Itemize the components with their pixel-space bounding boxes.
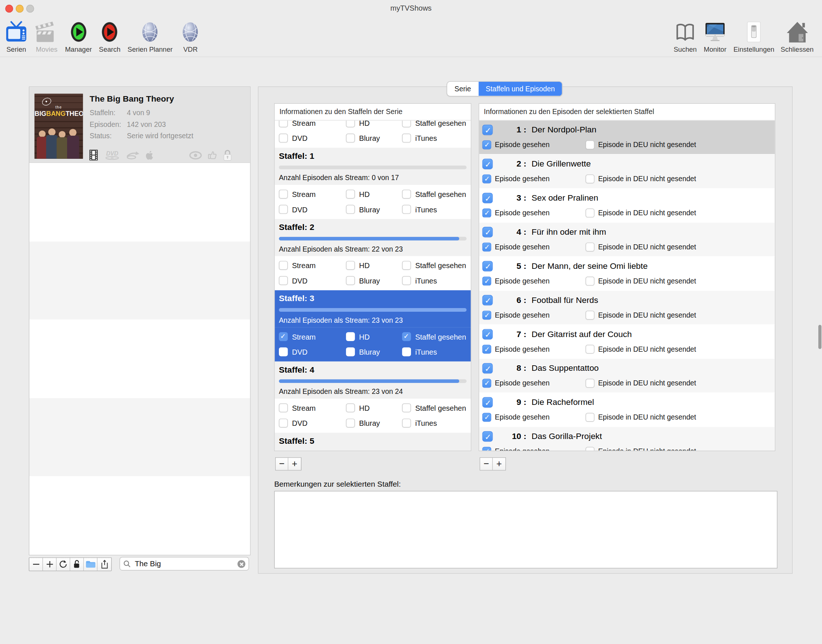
episode-row-4[interactable]: 4 :Für ihn oder mit ihmEpisode gesehenEp…	[479, 222, 775, 257]
episode-checkbox-checked[interactable]	[482, 159, 493, 169]
tab-staffeln-und-episoden[interactable]: Staffeln und Episoden	[478, 82, 562, 96]
season-option-checkbox-unchecked[interactable]	[402, 261, 411, 270]
episode-row-3[interactable]: 3 :Sex oder PralinenEpisode gesehenEpiso…	[479, 189, 775, 222]
toolbar-item-einstellungen[interactable]: Einstellungen	[734, 20, 775, 53]
episode-row-9[interactable]: 9 :Die RacheformelEpisode gesehenEpisode…	[479, 393, 775, 427]
toolbar-item-manager[interactable]: Manager	[65, 20, 92, 53]
toolbar-item-search[interactable]: Search	[98, 20, 121, 53]
episode-checkbox-checked[interactable]	[482, 261, 493, 271]
episode-checkbox-checked[interactable]	[482, 227, 493, 238]
show-list-row[interactable]	[29, 476, 250, 555]
window-scrollbar-thumb[interactable]	[818, 325, 822, 349]
add-season-button[interactable]: +	[289, 458, 301, 470]
show-info-row[interactable]: the BIGBANGTHEORY The Big Bang Theory	[29, 87, 250, 163]
tab-serie[interactable]: Serie	[447, 82, 478, 96]
episode-seen-checkbox-checked[interactable]	[482, 242, 491, 251]
show-list-row[interactable]	[29, 241, 250, 320]
episode-row-1[interactable]: 1 :Der Nordpol-PlanEpisode gesehenEpisod…	[479, 121, 775, 155]
episode-deu-checkbox-unchecked[interactable]	[586, 242, 595, 251]
season-option-checkbox-unchecked[interactable]	[346, 205, 355, 214]
season-option-checkbox-unchecked[interactable]	[402, 347, 411, 356]
show-list[interactable]	[29, 163, 250, 555]
season-option-checkbox-unchecked[interactable]	[402, 133, 411, 142]
season-option-checkbox-unchecked[interactable]	[279, 347, 288, 356]
add-episode-button[interactable]: +	[493, 458, 505, 470]
season-option-checkbox-unchecked[interactable]	[346, 121, 355, 127]
toolbar-item-suchen[interactable]: Suchen	[674, 20, 697, 53]
toolbar-item-schliessen[interactable]: Schliessen	[781, 20, 814, 53]
season-option-checkbox-unchecked[interactable]	[346, 190, 355, 198]
episode-row-8[interactable]: 8 :Das SuppentattooEpisode gesehenEpisod…	[479, 359, 775, 393]
show-search-field[interactable]	[120, 557, 249, 570]
folder-button[interactable]	[84, 558, 98, 570]
episode-checkbox-checked[interactable]	[482, 329, 493, 340]
episode-checkbox-checked[interactable]	[482, 193, 493, 204]
unlock-button[interactable]	[70, 558, 84, 570]
episode-deu-checkbox-unchecked[interactable]	[586, 174, 595, 183]
remove-episode-button[interactable]: −	[480, 458, 493, 470]
episode-checkbox-checked[interactable]	[482, 431, 493, 442]
season-option-checkbox-unchecked[interactable]	[402, 205, 411, 214]
season-option-checkbox-unchecked[interactable]	[402, 403, 411, 412]
episode-seen-checkbox-checked[interactable]	[482, 174, 491, 183]
season-option-checkbox-unchecked[interactable]	[346, 332, 355, 341]
toolbar-item-monitor[interactable]: Monitor	[703, 20, 727, 53]
episode-deu-checkbox-unchecked[interactable]	[586, 379, 595, 387]
refresh-button[interactable]	[57, 558, 70, 570]
episode-checkbox-checked[interactable]	[482, 295, 493, 305]
season-block-4[interactable]: Staffel: 4Anzahl Episoden als Stream: 23…	[275, 362, 471, 433]
episode-deu-checkbox-unchecked[interactable]	[586, 208, 595, 217]
add-show-button[interactable]	[43, 558, 57, 570]
seasons-list[interactable]: StreamHDStaffel gesehenDVDBlurayiTunesSt…	[275, 121, 471, 451]
season-option-checkbox-unchecked[interactable]	[346, 419, 355, 427]
season-option-checkbox-unchecked[interactable]	[346, 347, 355, 356]
season-option-checkbox-unchecked[interactable]	[346, 276, 355, 285]
episode-seen-checkbox-checked[interactable]	[482, 412, 491, 422]
season-block-2[interactable]: Staffel: 2Anzahl Episoden als Stream: 22…	[275, 219, 471, 290]
season-block-3[interactable]: Staffel: 3Anzahl Episoden als Stream: 23…	[275, 290, 471, 361]
share-button[interactable]	[98, 558, 111, 570]
episode-seen-checkbox-checked[interactable]	[482, 379, 491, 387]
toolbar-item-vdr[interactable]: VDR	[179, 20, 202, 53]
toolbar-item-serien-planner[interactable]: Serien Planner	[128, 20, 173, 53]
episode-deu-checkbox-unchecked[interactable]	[586, 310, 595, 319]
season-block-partial[interactable]: StreamHDStaffel gesehenDVDBlurayiTunes	[275, 121, 471, 148]
episode-row-2[interactable]: 2 :Die GrillenwetteEpisode gesehenEpisod…	[479, 154, 775, 189]
season-block-1[interactable]: Staffel: 1Anzahl Episoden als Stream: 0 …	[275, 148, 471, 219]
episode-row-6[interactable]: 6 :Football für NerdsEpisode gesehenEpis…	[479, 291, 775, 325]
clear-search-icon[interactable]	[237, 560, 245, 567]
season-option-checkbox-unchecked[interactable]	[279, 261, 288, 270]
remove-season-button[interactable]: −	[276, 458, 288, 470]
season-option-checkbox-unchecked[interactable]	[402, 276, 411, 285]
season-option-checkbox-unchecked[interactable]	[279, 121, 288, 127]
search-input[interactable]	[134, 559, 235, 569]
toolbar-item-serien[interactable]: Serien	[4, 20, 28, 53]
episode-checkbox-checked[interactable]	[482, 125, 493, 135]
season-block-5[interactable]: Staffel: 5Anzahl Episoden als Stream: 24…	[275, 433, 471, 451]
season-option-checkbox-unchecked[interactable]	[346, 133, 355, 142]
season-option-checkbox-unchecked[interactable]	[279, 403, 288, 412]
episode-row-10[interactable]: 10 :Das Gorilla-ProjektEpisode gesehenEp…	[479, 427, 775, 450]
show-list-row[interactable]	[29, 320, 250, 398]
episode-seen-checkbox-checked[interactable]	[482, 140, 491, 149]
season-option-checkbox-unchecked[interactable]	[279, 190, 288, 198]
episode-deu-checkbox-unchecked[interactable]	[586, 447, 595, 451]
show-list-row[interactable]	[29, 398, 250, 476]
episode-seen-checkbox-checked[interactable]	[482, 276, 491, 285]
season-option-checkbox-unchecked[interactable]	[346, 403, 355, 412]
season-option-checkbox-unchecked[interactable]	[402, 190, 411, 198]
season-option-checkbox-unchecked[interactable]	[279, 133, 288, 142]
episode-deu-checkbox-unchecked[interactable]	[586, 412, 595, 422]
remarks-textarea[interactable]	[274, 491, 777, 569]
episode-deu-checkbox-unchecked[interactable]	[586, 344, 595, 353]
season-option-checkbox-unchecked[interactable]	[279, 276, 288, 285]
episode-deu-checkbox-unchecked[interactable]	[586, 140, 595, 149]
episode-seen-checkbox-checked[interactable]	[482, 208, 491, 217]
episode-row-5[interactable]: 5 :Der Mann, der seine Omi liebteEpisode…	[479, 257, 775, 291]
episode-row-7[interactable]: 7 :Der Gitarrist auf der CouchEpisode ge…	[479, 325, 775, 359]
episode-checkbox-checked[interactable]	[482, 397, 493, 408]
season-option-checkbox-unchecked[interactable]	[279, 205, 288, 214]
remove-show-button[interactable]	[29, 558, 43, 570]
season-option-checkbox-checked[interactable]	[279, 332, 288, 341]
episode-seen-checkbox-checked[interactable]	[482, 447, 491, 451]
